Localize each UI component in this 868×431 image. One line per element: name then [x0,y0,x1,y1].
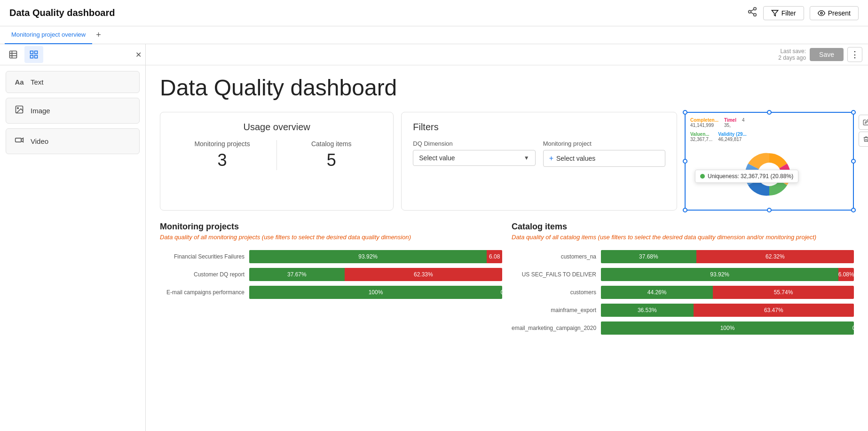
donut-chart-card[interactable]: Completen... 41,141,999 Timel 35, 4 Val [685,112,854,211]
table-row: US SEC_FAILS TO DELIVER 93.92% 6.08% [512,268,854,281]
bar-red: 62.32% [696,250,854,263]
save-bar: Last save: 2 days ago Save ⋮ [146,44,868,65]
filters-title: Filters [413,122,665,133]
tab-add-button[interactable]: + [92,30,105,40]
table-row: customers_na 37.68% 62.32% [512,250,854,263]
panel-toolbar: ✕ [0,44,145,65]
stat-divider [276,140,277,170]
svg-point-6 [821,12,822,14]
catalog-items-stat: Catalog items 5 [281,140,382,170]
chevron-down-icon: ▼ [524,155,529,161]
catalog-items-label: Catalog items [281,140,382,148]
svg-point-1 [748,10,751,13]
tooltip-dot [700,174,705,179]
legend-uniqueness: Valuen... 32,367,7... [690,132,712,142]
bar-green: 36.53% [601,304,694,317]
table-row: customers 44.26% 55.74% [512,286,854,299]
table-row: Customer DQ report 37.67% 62.33% [160,268,502,281]
present-button[interactable]: Present [810,6,859,20]
bar-red: 6.08% [838,268,854,281]
catalog-items-panel: Catalog items Data quality of all catalo… [512,222,854,335]
panel-item-text-label: Text [31,78,44,86]
bar-red: 62.33% [345,268,502,281]
resize-handle-tc[interactable] [767,110,772,115]
resize-handle-bc[interactable] [767,208,772,212]
share-icon[interactable] [747,7,758,19]
panel-close-button[interactable]: ✕ [135,50,142,59]
filters-card: Filters DQ Dimension Select value ▼ Moni… [401,112,677,211]
monitoring-project-select[interactable]: + Select values [543,150,665,167]
table-row: Financial Securities Failures 93.92% 6.0… [160,250,502,263]
usage-overview-card: Usage overview Monitoring projects 3 Cat… [160,112,394,211]
stats-row: Monitoring projects 3 Catalog items 5 [172,140,382,170]
monitoring-projects-label: Monitoring projects [172,140,273,148]
edit-chart-button[interactable] [859,115,868,130]
table-row: E-mail campaigns performance 100% 0 [160,286,502,299]
panel-items-list: Aa Text Image Video [0,65,145,160]
resize-handle-tl[interactable] [683,110,687,115]
monitoring-project-label: Monitoring project [543,140,665,147]
bar-green: 100% [249,286,502,299]
left-panel: ✕ Aa Text Image Video [0,44,146,431]
monitoring-bar-chart: Financial Securities Failures 93.92% 6.0… [160,250,502,299]
bar-red: 55.74% [713,286,854,299]
svg-line-3 [750,12,753,14]
resize-handle-mr[interactable] [851,159,856,164]
legend-validity: Validity (29... 46,249,817 [718,132,747,142]
dashboard-content: Data Quality dashboard Usage overview Mo… [146,65,868,344]
panel-item-text[interactable]: Aa Text [6,71,140,93]
panel-item-image[interactable]: Image [6,98,140,124]
video-icon [14,135,25,147]
tab-monitoring-overview[interactable]: Monitoring project overview [5,26,92,44]
dq-dimension-select[interactable]: Select value ▼ [413,150,535,166]
monitoring-projects-chart-title: Monitoring projects [160,222,502,232]
svg-marker-18 [21,138,23,142]
catalog-items-subtitle: Data quality of all catalog items (use f… [512,234,854,241]
main-layout: ✕ Aa Text Image Video [0,44,868,431]
panel-tab-chart[interactable] [4,46,23,63]
filters-row: DQ Dimension Select value ▼ Monitoring p… [413,140,665,167]
add-icon: + [549,154,553,163]
svg-point-0 [753,8,756,10]
svg-point-2 [753,14,756,16]
text-icon: Aa [14,78,25,86]
legend-timeliness: Timel 35, [724,118,736,128]
donut-legend: Completen... 41,141,999 Timel 35, 4 Val [690,118,848,142]
panel-item-video[interactable]: Video [6,128,140,154]
dashboard-title: Data Quality dashboard [160,75,854,101]
svg-point-16 [17,108,19,109]
monitoring-projects-stat: Monitoring projects 3 [172,140,273,170]
more-options-button[interactable]: ⋮ [847,47,862,62]
app-title: Data Quality dashboard [9,8,115,18]
svg-rect-11 [31,51,33,54]
bar-red: 63.47% [694,304,854,317]
resize-handle-ml[interactable] [683,159,687,164]
svg-rect-7 [10,51,17,58]
legend-completeness: Completen... 41,141,999 [690,118,718,128]
donut-chart-container: Uniqueness: 32,367,791 (20.88%) [690,144,848,205]
filter-button[interactable]: Filter [763,6,804,20]
catalog-bar-chart: customers_na 37.68% 62.32% US SEC_FAILS … [512,250,854,335]
panel-tab-grid[interactable] [24,46,43,63]
bar-green: 37.68% [601,250,696,263]
donut-tooltip: Uniqueness: 32,367,791 (20.88%) [695,170,798,183]
last-save-info: Last save: 2 days ago [778,48,806,61]
resize-handle-br[interactable] [851,208,856,212]
cards-row: Usage overview Monitoring projects 3 Cat… [160,112,854,211]
usage-overview-title: Usage overview [172,122,382,133]
charts-section: Monitoring projects Data quality of all … [160,222,854,335]
svg-rect-17 [16,138,22,142]
monitoring-projects-subtitle: Data quality of all monitoring projects … [160,234,502,241]
right-content: Last save: 2 days ago Save ⋮ Data Qualit… [146,44,868,431]
resize-handle-bl[interactable] [683,208,687,212]
resize-handle-tr[interactable] [851,110,856,115]
delete-chart-button[interactable] [859,132,868,147]
svg-rect-14 [35,55,38,58]
svg-marker-5 [772,10,778,16]
bar-green: 100% [601,321,854,335]
save-button[interactable]: Save [810,48,844,61]
top-bar-actions: Filter Present [747,6,859,20]
svg-rect-12 [35,51,38,54]
monitoring-projects-panel: Monitoring projects Data quality of all … [160,222,502,335]
donut-card-actions [859,115,868,147]
